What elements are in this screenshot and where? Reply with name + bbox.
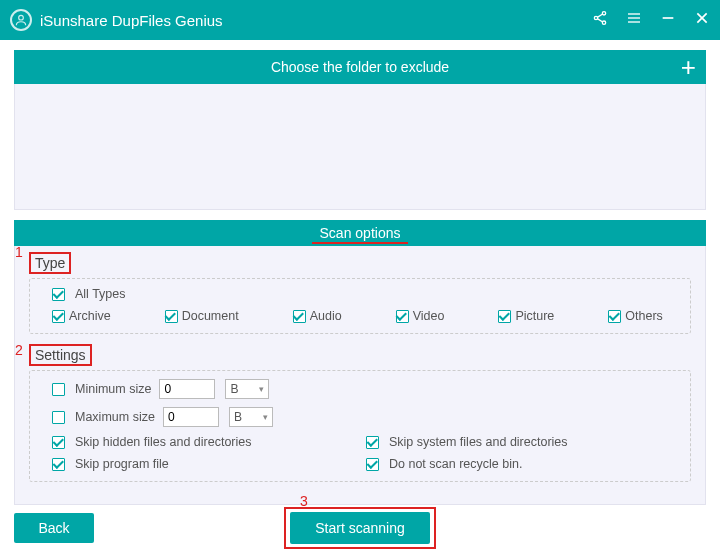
title-bar: iSunshare DupFiles Genius (0, 0, 720, 40)
checkbox-skip-system[interactable] (366, 436, 379, 449)
exclude-folder-label: Choose the folder to exclude (271, 59, 449, 75)
checkbox-others[interactable] (608, 310, 621, 323)
label-picture: Picture (515, 309, 554, 323)
settings-options-group: Minimum size B▾ Maximum size B▾ Skip hid… (29, 370, 691, 482)
minimum-size-unit-select[interactable]: B▾ (225, 379, 269, 399)
checkbox-skip-hidden[interactable] (52, 436, 65, 449)
scan-options-header: Scan options (14, 220, 706, 246)
scan-options-title: Scan options (320, 225, 401, 241)
label-no-recycle: Do not scan recycle bin. (389, 457, 522, 471)
label-skip-program: Skip program file (75, 457, 169, 471)
annotation-underline (312, 242, 408, 244)
menu-icon[interactable] (626, 10, 642, 30)
checkbox-no-recycle[interactable] (366, 458, 379, 471)
annotation-number-1: 1 (15, 244, 23, 260)
checkbox-skip-program[interactable] (52, 458, 65, 471)
app-logo-icon (10, 9, 32, 31)
exclude-folder-bar: Choose the folder to exclude + (14, 50, 706, 84)
checkbox-all-types[interactable] (52, 288, 65, 301)
label-archive: Archive (69, 309, 111, 323)
settings-section-title: Settings (31, 346, 90, 364)
svg-line-4 (597, 14, 602, 17)
scan-options-panel: 1 2 Type All Types Archive Document Audi… (14, 246, 706, 505)
chevron-down-icon: ▾ (259, 384, 264, 394)
label-minimum-size: Minimum size (75, 382, 151, 396)
label-all-types: All Types (75, 287, 126, 301)
back-button[interactable]: Back (14, 513, 94, 543)
annotation-box-type: Type (29, 252, 71, 274)
checkbox-document[interactable] (165, 310, 178, 323)
label-skip-system: Skip system files and directories (389, 435, 568, 449)
checkbox-video[interactable] (396, 310, 409, 323)
checkbox-picture[interactable] (498, 310, 511, 323)
footer-bar: 3 Back Start scanning (0, 505, 720, 543)
label-maximum-size: Maximum size (75, 410, 155, 424)
minimize-icon[interactable] (660, 10, 676, 30)
annotation-box-settings: Settings (29, 344, 92, 366)
minimum-size-input[interactable] (159, 379, 215, 399)
checkbox-audio[interactable] (293, 310, 306, 323)
app-title: iSunshare DupFiles Genius (40, 12, 592, 29)
svg-point-0 (19, 15, 24, 20)
add-exclude-folder-icon[interactable]: + (681, 54, 696, 80)
checkbox-minimum-size[interactable] (52, 383, 65, 396)
exclude-folder-list (14, 84, 706, 210)
share-icon[interactable] (592, 10, 608, 30)
annotation-box-start: Start scanning (284, 507, 436, 549)
chevron-down-icon: ▾ (263, 412, 268, 422)
label-others: Others (625, 309, 663, 323)
maximum-size-input[interactable] (163, 407, 219, 427)
close-icon[interactable] (694, 10, 710, 30)
svg-line-5 (597, 19, 602, 22)
label-document: Document (182, 309, 239, 323)
checkbox-maximum-size[interactable] (52, 411, 65, 424)
label-audio: Audio (310, 309, 342, 323)
label-video: Video (413, 309, 445, 323)
maximum-size-unit-select[interactable]: B▾ (229, 407, 273, 427)
annotation-number-2: 2 (15, 342, 23, 358)
checkbox-archive[interactable] (52, 310, 65, 323)
start-scanning-button[interactable]: Start scanning (290, 512, 430, 544)
label-skip-hidden: Skip hidden files and directories (75, 435, 252, 449)
type-options-group: All Types Archive Document Audio Video P… (29, 278, 691, 334)
type-section-title: Type (31, 254, 69, 272)
